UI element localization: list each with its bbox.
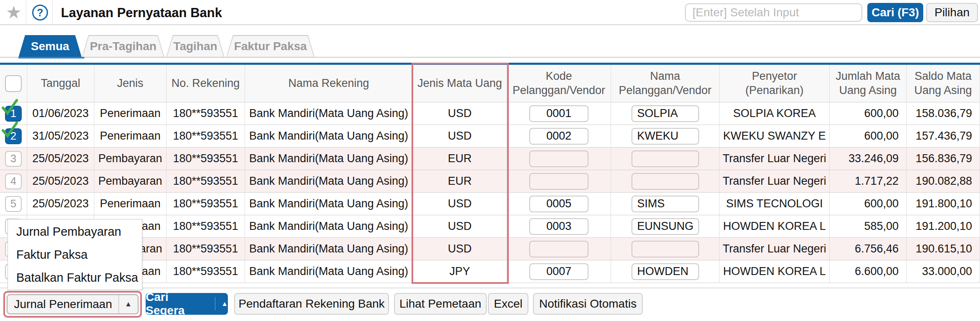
column-header-no-rekening[interactable]: No. Rekening: [167, 65, 245, 102]
cell-jenis: Penerimaan: [94, 102, 167, 125]
table-body: 1 01/06/2023 Penerimaan 180**593551 Bank…: [0, 102, 980, 283]
cell-tanggal: 25/05/2023: [27, 193, 94, 215]
table-row: 1 01/06/2023 Penerimaan 180**593551 Bank…: [0, 102, 980, 125]
cell-kode-pelanggan: 0005: [507, 193, 611, 215]
row-badge-cell: 2: [0, 125, 27, 148]
cell-penyetor: KWEKU SWANZY E: [720, 125, 830, 148]
table-row: 4 25/05/2023 Pembayaran 180**593551 Bank…: [0, 170, 980, 193]
search-button[interactable]: Cari (F3): [867, 3, 923, 22]
vendor-name-input[interactable]: HOWDEN: [631, 263, 699, 280]
row-badge-cell: 4: [0, 170, 27, 193]
cell-no-rekening: 180**593551: [167, 148, 245, 170]
vendor-name-input[interactable]: EUNSUNG: [631, 218, 699, 235]
vendor-code-input[interactable]: [529, 173, 589, 190]
cell-nama-pelanggan: [611, 238, 720, 260]
tab-semua[interactable]: Semua: [18, 35, 82, 58]
vendor-code-input[interactable]: 0005: [529, 196, 589, 212]
row-number-badge[interactable]: 3: [5, 151, 22, 167]
vendor-name-input[interactable]: SIMS: [631, 196, 699, 212]
cell-jumlah: 600,00: [830, 125, 907, 148]
cell-jenis: Penerimaan: [94, 193, 167, 215]
cell-jenis-mata-uang: EUR: [413, 170, 507, 193]
column-header-kode-pelanggan[interactable]: Kode Pelanggan/Vendor: [507, 65, 611, 102]
table-row: 8 Penerimaan 180**593551 Bank Mandiri(Ma…: [0, 260, 980, 283]
vendor-code-input[interactable]: 0001: [529, 105, 589, 122]
lihat-pemetaan-button[interactable]: Lihat Pemetaan: [394, 293, 487, 315]
column-header-saldo[interactable]: Saldo Mata Uang Asing: [907, 65, 980, 102]
vendor-code-input[interactable]: 0003: [529, 218, 589, 235]
search-input[interactable]: [685, 3, 862, 22]
column-header-jenis-mata-uang[interactable]: Jenis Mata Uang: [413, 65, 507, 102]
cell-penyetor: SOLPIA KOREA: [720, 102, 830, 125]
tab-label: Pra-Tagihan: [90, 40, 157, 53]
vendor-code-input[interactable]: 0007: [529, 263, 589, 280]
menu-item-faktur-paksa[interactable]: Faktur Paksa: [8, 244, 142, 265]
vendor-name-input[interactable]: KWEKU: [631, 128, 699, 145]
cell-nama-rekening: Bank Mandiri(Mata Uang Asing): [245, 102, 413, 125]
excel-button[interactable]: Excel: [488, 293, 528, 315]
tab-bar: Semua Pra-Tagihan Tagihan Faktur Paksa: [0, 25, 980, 63]
vendor-name-input[interactable]: [631, 150, 699, 167]
tab-tagihan[interactable]: Tagihan: [166, 35, 225, 58]
row-number-badge[interactable]: 1: [5, 106, 22, 122]
cell-penyetor: Transfer Luar Negeri: [720, 148, 830, 170]
cell-kode-pelanggan: [507, 148, 611, 170]
column-header-nama-rekening[interactable]: Nama Rekening: [245, 65, 413, 102]
cell-nama-pelanggan: [611, 170, 720, 193]
row-badge-cell: 1: [0, 102, 27, 125]
menu-item-jurnal-pembayaran[interactable]: Jurnal Pembayaran: [8, 221, 142, 242]
bank-statement-page: ★ ? Layanan Pernyataan Bank Cari (F3) Pi…: [0, 0, 980, 321]
vendor-code-input[interactable]: 0002: [529, 128, 589, 145]
menu-item-batalkan-faktur-paksa[interactable]: Batalkan Faktur Paksa: [8, 267, 142, 288]
journal-penerimaan-button[interactable]: Jurnal Penerimaan ▲: [7, 294, 139, 314]
cell-no-rekening: 180**593551: [167, 260, 245, 283]
column-header-nama-pelanggan[interactable]: Nama Pelanggan/Vendor: [611, 65, 720, 102]
cell-jenis-mata-uang: EUR: [413, 148, 507, 170]
options-button[interactable]: Pilihan: [926, 3, 978, 22]
cell-saldo: 156.836,79: [907, 148, 980, 170]
vendor-name-input[interactable]: [631, 173, 699, 190]
column-header-jenis[interactable]: Jenis: [94, 65, 167, 102]
pendaftaran-rekening-button[interactable]: Pendaftaran Rekening Bank: [234, 293, 389, 315]
vendor-code-input[interactable]: [529, 241, 589, 257]
tab-pra-tagihan[interactable]: Pra-Tagihan: [82, 35, 164, 58]
cell-saldo: 190.615,10: [907, 238, 980, 260]
cell-tanggal: 01/06/2023: [27, 102, 94, 125]
cell-tanggal: 31/05/2023: [27, 125, 94, 148]
cell-nama-pelanggan: SOLPIA: [611, 102, 720, 125]
active-tab-underline: [18, 57, 84, 59]
column-header-penyetor[interactable]: Penyetor (Penarikan): [720, 65, 830, 102]
column-header-tanggal[interactable]: Tanggal: [27, 65, 94, 102]
divider: [52, 0, 53, 24]
cell-jenis-mata-uang: USD: [413, 238, 507, 260]
help-icon[interactable]: ?: [32, 5, 48, 20]
row-badge-cell: 3: [0, 148, 27, 170]
cell-no-rekening: 180**593551: [167, 193, 245, 215]
cell-nama-rekening: Bank Mandiri(Mata Uang Asing): [245, 193, 413, 215]
row-badge-cell: 5: [0, 193, 27, 215]
row-number-badge[interactable]: 2: [5, 128, 22, 144]
tab-faktur-paksa[interactable]: Faktur Paksa: [226, 35, 315, 58]
footer-divider: [0, 288, 980, 288]
vendor-name-input[interactable]: SOLPIA: [631, 105, 699, 122]
cell-penyetor: Transfer Luar Negeri: [720, 238, 830, 260]
cell-nama-rekening: Bank Mandiri(Mata Uang Asing): [245, 260, 413, 283]
select-all-checkbox[interactable]: [5, 75, 22, 92]
notifikasi-otomatis-button[interactable]: Notifikasi Otomatis: [533, 293, 643, 315]
table-header-row: Tanggal Jenis No. Rekening Nama Rekening…: [0, 65, 980, 102]
dropdown-arrow-icon[interactable]: ▲: [119, 295, 138, 313]
row-number-badge[interactable]: 4: [5, 173, 22, 189]
cell-no-rekening: 180**593551: [167, 238, 245, 260]
cell-nama-pelanggan: EUNSUNG: [611, 215, 720, 238]
vendor-code-input[interactable]: [529, 150, 589, 167]
cell-no-rekening: 180**593551: [167, 170, 245, 193]
column-header-jumlah[interactable]: Jumlah Mata Uang Asing: [830, 65, 907, 102]
cell-jenis-mata-uang: JPY: [413, 260, 507, 283]
cell-tanggal: 25/05/2023: [27, 170, 94, 193]
cari-segera-button[interactable]: Cari Segera ▲: [146, 293, 228, 315]
journal-button-label: Jurnal Penerimaan: [8, 298, 119, 311]
row-number-badge[interactable]: 5: [5, 196, 22, 212]
vendor-name-input[interactable]: [631, 241, 699, 257]
favorite-star-icon[interactable]: ★: [6, 2, 22, 23]
cell-no-rekening: 180**593551: [167, 215, 245, 238]
